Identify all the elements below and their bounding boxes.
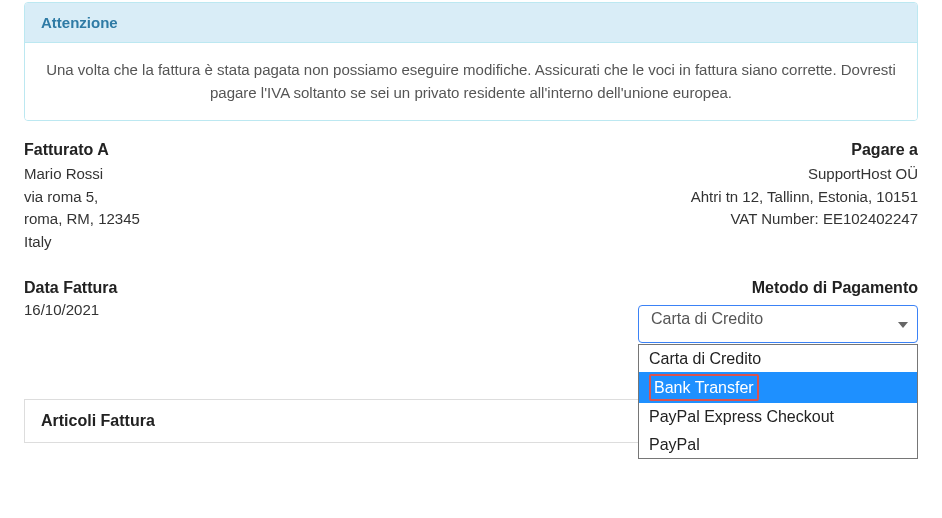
bill-to-title: Fatturato A [24,141,140,159]
bill-to-block: Fatturato A Mario Rossi via roma 5, roma… [24,141,140,253]
pay-to-vat: VAT Number: EE102402247 [691,208,918,231]
pay-to-address: Ahtri tn 12, Tallinn, Estonia, 10151 [691,186,918,209]
option-carta-di-credito[interactable]: Carta di Credito [639,345,917,372]
pay-to-company: SupportHost OÜ [691,163,918,186]
payment-method-title: Metodo di Pagamento [638,279,918,297]
pay-to-title: Pagare a [691,141,918,159]
pay-to-block: Pagare a SupportHost OÜ Ahtri tn 12, Tal… [691,141,918,253]
payment-method-block: Metodo di Pagamento Carta di Credito Car… [638,279,918,343]
option-paypal[interactable]: PayPal [639,431,917,458]
payment-method-selected: Carta di Credito [651,310,763,327]
invoice-date-value: 16/10/2021 [24,299,117,322]
option-bank-transfer[interactable]: Bank Transfer [639,372,917,403]
invoice-date-block: Data Fattura 16/10/2021 [24,279,117,322]
alert-title: Attenzione [25,3,917,43]
payment-method-select[interactable]: Carta di Credito [638,305,918,343]
option-paypal-express[interactable]: PayPal Express Checkout [639,403,917,430]
bill-to-street: via roma 5, [24,186,140,209]
invoice-date-title: Data Fattura [24,279,117,297]
bill-to-cityline: roma, RM, 12345 [24,208,140,231]
bill-to-name: Mario Rossi [24,163,140,186]
option-bank-transfer-label: Bank Transfer [649,374,759,401]
alert-box: Attenzione Una volta che la fattura è st… [24,2,918,121]
payment-method-dropdown: Carta di Credito Bank Transfer PayPal Ex… [638,344,918,459]
bill-to-country: Italy [24,231,140,254]
alert-body: Una volta che la fattura è stata pagata … [25,43,917,120]
